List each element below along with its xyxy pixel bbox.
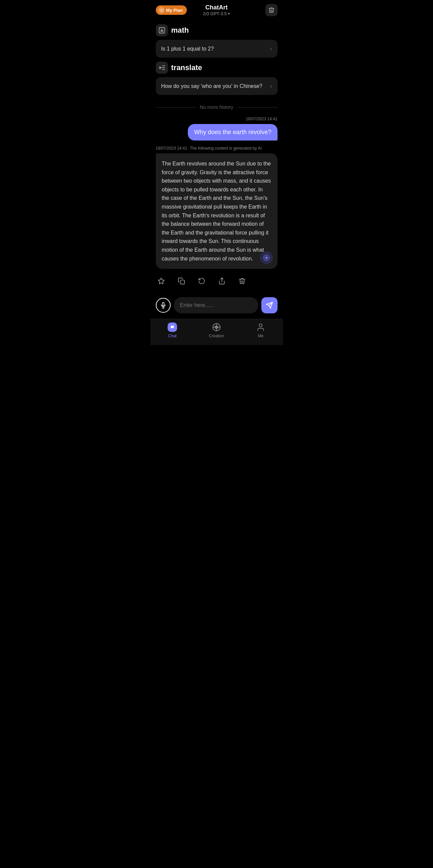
translate-item-text: How do you say 'who are you' in Chinese? bbox=[161, 83, 263, 89]
star-button[interactable] bbox=[156, 276, 167, 286]
message-action-bar bbox=[150, 273, 283, 293]
svg-point-17 bbox=[216, 327, 217, 328]
translate-category: translate bbox=[156, 62, 278, 74]
copy-button[interactable] bbox=[176, 276, 187, 286]
divider-right bbox=[237, 107, 277, 107]
ai-generated-label: The following content is generated by AI bbox=[190, 146, 262, 151]
chat-input[interactable] bbox=[174, 297, 258, 313]
delete-button[interactable] bbox=[265, 4, 278, 16]
page-count: 2/3 bbox=[203, 11, 209, 16]
math-icon bbox=[156, 24, 168, 36]
my-plan-badge[interactable]: ✓ My Plan bbox=[156, 5, 187, 15]
refresh-button[interactable] bbox=[196, 276, 207, 286]
translate-label: translate bbox=[171, 63, 202, 72]
creation-nav-icon bbox=[212, 322, 221, 332]
audio-playback-button[interactable] bbox=[260, 251, 273, 264]
item-chevron-icon-2: › bbox=[270, 83, 272, 90]
math-category: math bbox=[156, 24, 278, 36]
user-message-timestamp: 18/07/2023 14:41 bbox=[156, 117, 278, 121]
header-subtitle: 2/3 GPT-3.5 ▾ bbox=[203, 11, 230, 16]
header-center: ChatArt 2/3 GPT-3.5 ▾ bbox=[203, 4, 230, 16]
no-more-text: No more history bbox=[200, 104, 233, 110]
creation-nav-label: Creation bbox=[209, 334, 224, 338]
svg-point-18 bbox=[259, 324, 262, 327]
nav-me[interactable]: Me bbox=[239, 322, 283, 338]
user-message-bubble: Why does the earth revolve? bbox=[188, 124, 277, 141]
math-item-text: Is 1 plus 1 equal to 2? bbox=[161, 46, 214, 52]
svg-point-6 bbox=[265, 257, 267, 258]
checkmark-icon: ✓ bbox=[158, 7, 165, 13]
app-title: ChatArt bbox=[203, 4, 230, 11]
no-more-history-divider: No more history bbox=[150, 99, 283, 117]
share-button[interactable] bbox=[216, 276, 227, 286]
mic-button[interactable] bbox=[156, 298, 171, 313]
svg-marker-7 bbox=[158, 278, 164, 284]
svg-rect-10 bbox=[162, 303, 164, 306]
delete-message-button[interactable] bbox=[237, 276, 248, 286]
me-nav-label: Me bbox=[258, 334, 264, 338]
my-plan-label: My Plan bbox=[166, 8, 183, 13]
history-section: math Is 1 plus 1 equal to 2? › translate… bbox=[150, 19, 283, 99]
ai-message-timestamp: 18/07/2023 14:41 bbox=[156, 146, 187, 151]
math-history-item[interactable]: Is 1 plus 1 equal to 2? › bbox=[156, 40, 278, 58]
chat-area: 18/07/2023 14:41 Why does the earth revo… bbox=[150, 117, 283, 273]
model-name: GPT-3.5 bbox=[210, 11, 227, 16]
chevron-down-icon[interactable]: ▾ bbox=[228, 11, 230, 16]
item-chevron-icon: › bbox=[270, 45, 272, 52]
translate-history-item[interactable]: How do you say 'who are you' in Chinese?… bbox=[156, 77, 278, 95]
ai-message-text: The Earth revolves around the Sun due to… bbox=[162, 161, 271, 261]
bottom-nav: Chat Creation Me bbox=[150, 319, 283, 345]
divider-left bbox=[156, 107, 196, 107]
send-button[interactable] bbox=[261, 297, 278, 313]
user-message-container: Why does the earth revolve? bbox=[156, 124, 278, 141]
nav-chat[interactable]: Chat bbox=[150, 322, 195, 338]
ai-timestamp-row: 18/07/2023 14:41 The following content i… bbox=[156, 146, 278, 151]
input-section bbox=[150, 293, 283, 319]
me-nav-icon bbox=[256, 322, 265, 332]
chat-nav-label: Chat bbox=[168, 334, 176, 338]
chat-nav-icon bbox=[168, 322, 177, 332]
math-label: math bbox=[171, 26, 189, 35]
header: ✓ My Plan ChatArt 2/3 GPT-3.5 ▾ bbox=[150, 0, 283, 19]
ai-message-bubble: The Earth revolves around the Sun due to… bbox=[156, 153, 278, 269]
svg-rect-8 bbox=[180, 280, 184, 284]
nav-creation[interactable]: Creation bbox=[195, 322, 239, 338]
translate-icon bbox=[156, 62, 168, 74]
